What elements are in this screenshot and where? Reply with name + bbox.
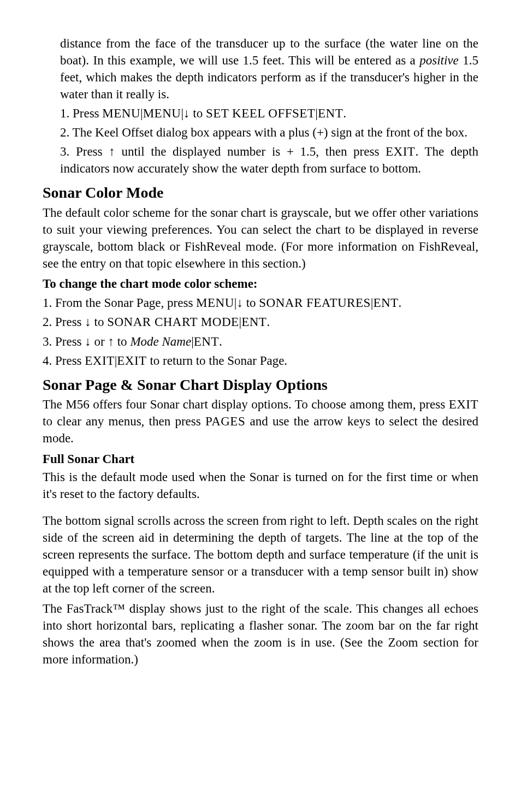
color-mode-paragraph: The default color scheme for the sonar c… — [43, 204, 478, 272]
color-step-4: 4. Press EXIT|EXIT to return to the Sona… — [43, 352, 478, 369]
exit-key: EXIT — [386, 145, 415, 158]
step-a1-to: to — [190, 106, 206, 120]
up-arrow-icon: ↑ — [108, 334, 114, 348]
heading-display-options: Sonar Page & Sonar Chart Display Options — [43, 375, 478, 395]
down-arrow-icon: ↓ — [85, 334, 91, 348]
period: . — [343, 106, 346, 120]
ent-key: ENT — [318, 106, 343, 120]
ent-key: ENT — [194, 335, 219, 348]
cs2-to: to — [91, 315, 107, 329]
menu-key: MENU — [196, 296, 234, 310]
step-a2: 2. The Keel Offset dialog box appears wi… — [60, 124, 478, 141]
exit-key: EXIT — [85, 354, 114, 368]
down-arrow-icon: ↓ — [183, 106, 190, 120]
sonar-chart-mode-key: SONAR CHART MODE — [107, 315, 239, 329]
do-p1a: The M56 offers four Sonar chart display … — [43, 398, 449, 411]
exit-key: EXIT — [449, 398, 478, 411]
cs1-to: to — [243, 296, 259, 310]
do-p1c: to clear any menus, then press — [43, 414, 205, 428]
step-a1-prefix: 1. Press — [60, 106, 102, 120]
step-a1: 1. Press MENU|MENU|↓ to SET KEEL OFFSET|… — [60, 105, 478, 122]
pages-key: PAGES — [205, 414, 245, 428]
ent-key: ENT — [241, 315, 267, 329]
color-step-1: 1. From the Sonar Page, press MENU|↓ to … — [43, 294, 478, 311]
down-arrow-icon: ↓ — [85, 315, 91, 329]
color-step-3: 3. Press ↓ or ↑ to Mode Name|ENT. — [43, 333, 478, 350]
mode-name-italic: Mode Name — [130, 335, 191, 348]
ent-key: ENT — [373, 296, 398, 310]
step-a3: 3. Press ↑ until the displayed number is… — [60, 143, 478, 177]
sonar-features-key: SONAR FEATURES — [259, 296, 370, 310]
display-options-paragraph-1: The M56 offers four Sonar chart display … — [43, 396, 478, 447]
heading-change-color-scheme: To change the chart mode color scheme: — [43, 275, 478, 292]
full-sonar-paragraph-3: The FasTrack™ display shows just to the … — [43, 600, 478, 668]
step-a2-text: 2. The Keel Offset dialog box appears wi… — [60, 126, 467, 139]
down-arrow-icon: ↓ — [236, 295, 243, 310]
cs4-prefix: 4. Press — [43, 354, 85, 368]
step-a3-prefix: 3. Press — [60, 145, 109, 158]
cs3-prefix: 3. Press — [43, 335, 85, 348]
up-arrow-icon: ↑ — [109, 144, 115, 158]
set-keel-offset-key: SET KEEL OFFSET — [206, 106, 315, 120]
cs4-end: to return to the Sonar Page. — [147, 354, 287, 368]
full-sonar-paragraph-1: This is the default mode used when the S… — [43, 469, 478, 502]
intro-italic: positive — [419, 54, 459, 67]
period: . — [267, 315, 270, 329]
cs1-prefix: 1. From the Sonar Page, press — [43, 296, 196, 310]
period: . — [219, 335, 222, 348]
cs3-or: or — [91, 335, 108, 348]
period: . — [399, 296, 402, 310]
cs3-to: to — [114, 335, 130, 348]
intro-paragraph: distance from the face of the transducer… — [60, 35, 478, 103]
menu-key: MENU — [102, 106, 140, 120]
intro-text-a: distance from the face of the transducer… — [60, 37, 478, 67]
step-a3-mid: until the displayed number is + 1.5, the… — [115, 145, 386, 158]
exit-key: EXIT — [117, 354, 146, 368]
color-step-2: 2. Press ↓ to SONAR CHART MODE|ENT. — [43, 313, 478, 330]
heading-sonar-color-mode: Sonar Color Mode — [43, 182, 478, 203]
cs2-prefix: 2. Press — [43, 315, 85, 329]
heading-full-sonar-chart: Full Sonar Chart — [43, 451, 478, 467]
menu-key: MENU — [143, 106, 181, 120]
full-sonar-paragraph-2: The bottom signal scrolls across the scr… — [43, 512, 478, 597]
